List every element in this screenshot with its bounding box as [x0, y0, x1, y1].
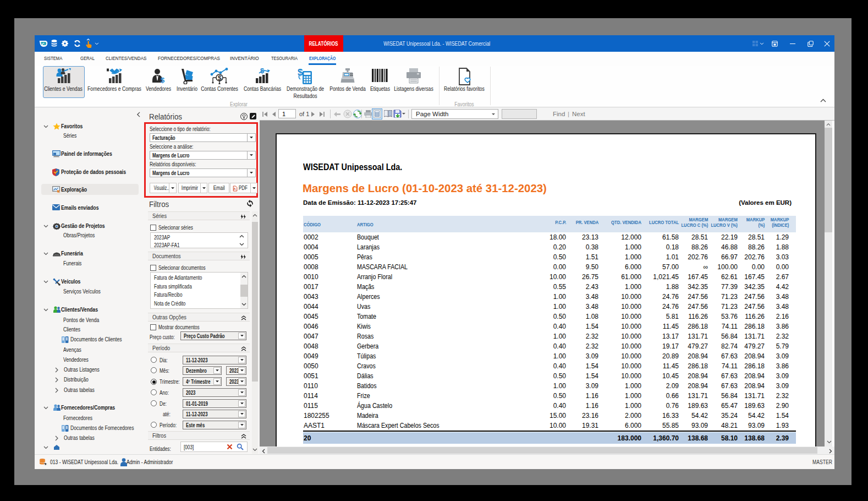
svg-text:A: A [233, 187, 235, 190]
svg-text:$: $ [161, 76, 165, 84]
svg-text:$: $ [298, 68, 303, 78]
svg-text:$: $ [218, 74, 222, 82]
